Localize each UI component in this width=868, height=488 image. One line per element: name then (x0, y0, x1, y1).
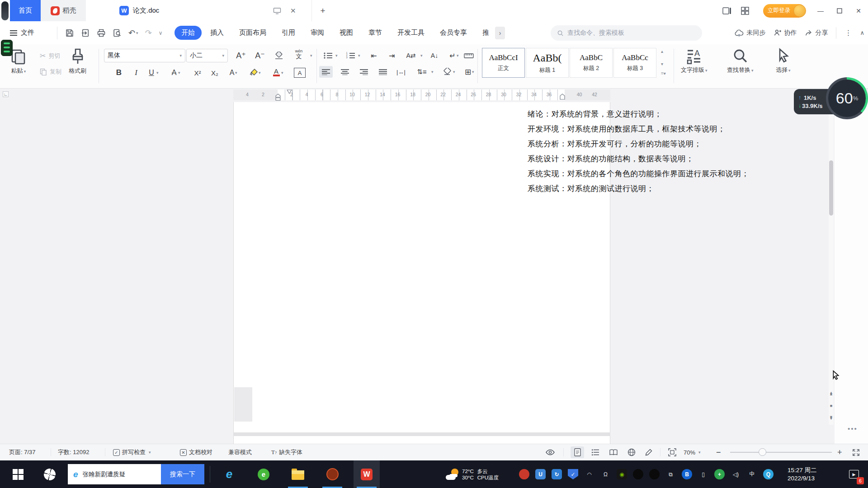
word-count[interactable]: 字数: 12092 (58, 444, 89, 460)
document-line[interactable]: 系统测试：对系统的测试进行说明； (528, 181, 781, 196)
tray-security-shield-icon[interactable]: ✓ (568, 469, 578, 479)
new-tab-button[interactable]: + (316, 5, 329, 17)
sort-button[interactable]: A↓ (429, 50, 440, 61)
ruler-strip[interactable]: 42246810121416182022242628303234364042 (233, 89, 610, 100)
font-name-select[interactable]: 黑体▾ (104, 49, 185, 62)
numbered-list-button[interactable] (344, 50, 356, 61)
paste-button[interactable]: 粘贴▾ (11, 48, 26, 75)
format-painter-button[interactable]: 格式刷 (69, 48, 86, 75)
missing-font-button[interactable]: T? 缺失字体 (271, 444, 302, 460)
right-indent-marker[interactable] (560, 94, 565, 100)
text-layout-button[interactable]: A 文字排版▾ (681, 48, 708, 74)
styles-scroll-up-icon[interactable]: ▴ (661, 49, 663, 54)
tab-ruler-button[interactable] (463, 50, 475, 61)
collapse-ribbon-icon[interactable]: ∧ (860, 29, 864, 36)
subscript-button[interactable]: X₂ (209, 67, 221, 79)
increase-indent-button[interactable]: ⇥ (386, 50, 398, 61)
login-button[interactable]: 立即登录 (763, 4, 806, 18)
workspace-grid-icon[interactable] (736, 0, 754, 21)
previous-page-button[interactable]: ▲▲ (827, 389, 835, 397)
bullet-list-caret[interactable]: ▾ (335, 53, 338, 58)
style-card-标题 2[interactable]: AaBbC标题 2 (570, 48, 613, 78)
document-line[interactable]: 系统设计：对系统的功能结构，数据表等说明； (528, 151, 781, 166)
zoom-slider-knob[interactable] (759, 448, 766, 456)
collaborate-button[interactable]: 协作 (774, 29, 797, 37)
start-button[interactable] (6, 460, 30, 488)
side-dock-handle[interactable] (1, 1, 9, 20)
file-menu[interactable]: 文件 (10, 21, 34, 44)
next-page-button[interactable]: ▼▼ (827, 414, 835, 422)
tray-usb-eject-icon[interactable]: ▯ (698, 469, 708, 479)
cast-screen-icon[interactable] (273, 7, 281, 14)
booster-ball[interactable]: 60% (826, 77, 868, 119)
shading-caret[interactable]: ▾ (453, 70, 455, 74)
zoom-slider-track[interactable] (730, 452, 832, 453)
ribbon-tab-页面布局[interactable]: 页面布局 (232, 26, 273, 40)
notification-center-button[interactable]: ▶ 6 (840, 460, 868, 488)
page-indicator[interactable]: 页面: 7/37 (9, 444, 36, 460)
tray-volume-icon[interactable]: ◁) (731, 469, 741, 479)
bullet-list-button[interactable] (322, 50, 334, 61)
ink-annotate-button[interactable] (642, 446, 656, 458)
weather-widget[interactable]: 72°C多云 30°CCPU温度 (446, 460, 499, 488)
ribbon-tab-推[interactable]: 推 (476, 26, 496, 40)
ribbon-tab-审阅[interactable]: 审阅 (304, 26, 331, 40)
select-button[interactable]: 选择▾ (776, 48, 791, 74)
fit-page-button[interactable] (665, 446, 679, 458)
customize-toolbar-icon[interactable]: ∨ (159, 30, 163, 36)
maximize-button[interactable] (830, 0, 849, 21)
highlight-caret[interactable]: ▾ (259, 70, 261, 75)
taskbar-search-box[interactable]: e 张翰新剧遭质疑 搜索一下 (68, 464, 204, 484)
text-effects-caret[interactable]: ▾ (235, 70, 237, 75)
tray-red-cat-icon[interactable] (519, 469, 529, 479)
taskbar-app-explorer[interactable] (285, 460, 311, 488)
tray-safety-green-cross-icon[interactable]: + (714, 469, 725, 479)
ribbon-tab-开始[interactable]: 开始 (175, 26, 202, 40)
styles-more-icon[interactable]: =▾ (661, 72, 666, 75)
highlight-color-button[interactable] (248, 67, 259, 79)
strikethrough-caret[interactable]: ▾ (178, 70, 180, 75)
taskbar-app-wps[interactable]: W (354, 460, 380, 488)
spellcheck-button[interactable]: ✓ 拼写检查▾ (113, 444, 151, 460)
ribbon-tab-视图[interactable]: 视图 (333, 26, 360, 40)
zoom-level[interactable]: 70%▾ (684, 444, 701, 460)
ribbon-tab-开发工具[interactable]: 开发工具 (391, 26, 431, 40)
document-page[interactable]: 绪论：对系统的背景，意义进行说明；开发环境：对系统使用的数据库工具，框架技术等说… (233, 102, 610, 432)
copy-button[interactable]: 复制 (40, 68, 61, 76)
compatibility-mode[interactable]: 兼容模式 (228, 444, 252, 460)
outline-view-button[interactable] (589, 446, 602, 458)
more-menu-icon[interactable]: ⋮ (844, 28, 852, 37)
decrease-font-button[interactable]: A⁻ (254, 50, 266, 61)
document-line[interactable]: 系统分析：对系统开发可行，分析的功能等说明； (528, 136, 781, 151)
increase-font-button[interactable]: A⁺ (235, 50, 247, 61)
page-view-button[interactable] (571, 446, 584, 458)
tray-bluetooth-icon[interactable]: B (682, 469, 692, 479)
command-search-box[interactable]: 查找命令、搜索模板 (551, 25, 702, 41)
line-spacing-caret[interactable]: ▾ (431, 70, 434, 74)
redo-icon[interactable]: ↷ (145, 28, 152, 38)
document-line[interactable]: 绪论：对系统的背景，意义进行说明； (528, 107, 781, 122)
character-border-button[interactable]: A (294, 68, 306, 78)
paragraph-mark-caret[interactable]: ▾ (457, 53, 459, 58)
tray-usb-tool-icon[interactable]: U (535, 469, 546, 479)
taskbar-app-ie[interactable]: e (216, 460, 242, 488)
share-button[interactable]: 分享 (805, 29, 828, 37)
document-line[interactable]: 系统实现：对系统的各个角色的功能操作界面进行展示和说明； (528, 166, 781, 181)
pinyin-guide-button[interactable]: wén 文 (293, 48, 305, 60)
font-size-select[interactable]: 小二▾ (186, 49, 228, 62)
style-card-正文[interactable]: AaBbCcI正文 (482, 48, 525, 78)
tray-sogou-search-icon[interactable]: Q (763, 469, 774, 479)
scrollbar-thumb[interactable] (829, 160, 833, 216)
ribbon-tab-插入[interactable]: 插入 (203, 26, 231, 40)
taskbar-clock[interactable]: 15:27 周二 2022/9/13 (788, 460, 817, 488)
distribute-button[interactable]: |↔| (395, 66, 407, 78)
eye-protect-button[interactable] (545, 444, 555, 460)
ribbon-tab-会员专享[interactable]: 会员专享 (433, 26, 474, 40)
pinyin-caret[interactable]: ▾ (310, 53, 312, 58)
align-justify-button[interactable] (376, 66, 390, 78)
decrease-indent-button[interactable]: ⇤ (368, 50, 380, 61)
read-view-button[interactable] (607, 446, 620, 458)
font-color-caret[interactable]: ▾ (281, 70, 283, 75)
tray-ime-chinese-icon[interactable]: 中 (747, 469, 757, 479)
zoom-out-button[interactable]: − (716, 444, 721, 460)
